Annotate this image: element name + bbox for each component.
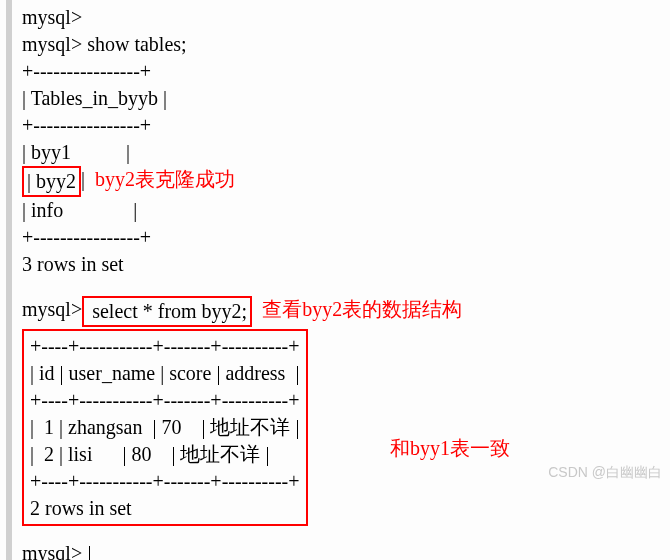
select-separator: +----+-----------+-------+----------+ bbox=[30, 333, 300, 360]
cmd-select-wrapper: mysql> select * from byy2; 查看byy2表的数据结构 bbox=[22, 296, 670, 327]
annotation-view-structure: 查看byy2表的数据结构 bbox=[262, 296, 462, 323]
row-byy2-end: | bbox=[81, 166, 85, 193]
table-separator: +----------------+ bbox=[22, 224, 670, 251]
table-separator: +----------------+ bbox=[22, 58, 670, 85]
prompt-empty: mysql> bbox=[22, 4, 670, 31]
select-result-wrapper: +----+-----------+-------+----------+ | … bbox=[22, 327, 670, 526]
prompt-final-wrapper: mysql> bbox=[22, 540, 670, 560]
select-header: | id | user_name | score | address | bbox=[30, 360, 300, 387]
cmd-show-tables: mysql> show tables; bbox=[22, 31, 670, 58]
select-separator: +----+-----------+-------+----------+ bbox=[30, 468, 300, 495]
table-row-byy2: | byy2 bbox=[27, 170, 76, 192]
prompt-select: mysql> bbox=[22, 296, 82, 323]
spacer bbox=[22, 278, 670, 296]
select-separator: +----+-----------+-------+----------+ bbox=[30, 387, 300, 414]
select-row-1: | 1 | zhangsan | 70 | 地址不详 | bbox=[30, 414, 300, 441]
select-row-2: | 2 | lisi | 80 | 地址不详 | bbox=[30, 441, 300, 468]
table-row-byy2-wrapper: | byy2 | byy2表克隆成功 bbox=[22, 166, 670, 197]
annotation-clone-success: byy2表克隆成功 bbox=[95, 166, 235, 193]
spacer bbox=[22, 526, 670, 540]
annotation-same-as-byy1: 和byy1表一致 bbox=[390, 435, 510, 462]
highlight-byy2: | byy2 bbox=[22, 166, 81, 197]
watermark: CSDN @白幽幽白 bbox=[548, 463, 662, 482]
table-header: | Tables_in_byyb | bbox=[22, 85, 670, 112]
highlight-select: select * from byy2; bbox=[82, 296, 252, 327]
prompt-final[interactable]: mysql> bbox=[22, 542, 87, 560]
rows-in-set-2: 2 rows in set bbox=[30, 495, 300, 522]
cmd-select: select * from byy2; bbox=[87, 300, 247, 322]
left-scroll-bar bbox=[6, 0, 12, 560]
table-row-info: | info | bbox=[22, 197, 670, 224]
highlight-select-result: +----+-----------+-------+----------+ | … bbox=[22, 329, 308, 526]
text-cursor bbox=[89, 546, 90, 560]
table-separator: +----------------+ bbox=[22, 112, 670, 139]
rows-in-set-3: 3 rows in set bbox=[22, 251, 670, 278]
table-row-byy1: | byy1 | bbox=[22, 139, 670, 166]
